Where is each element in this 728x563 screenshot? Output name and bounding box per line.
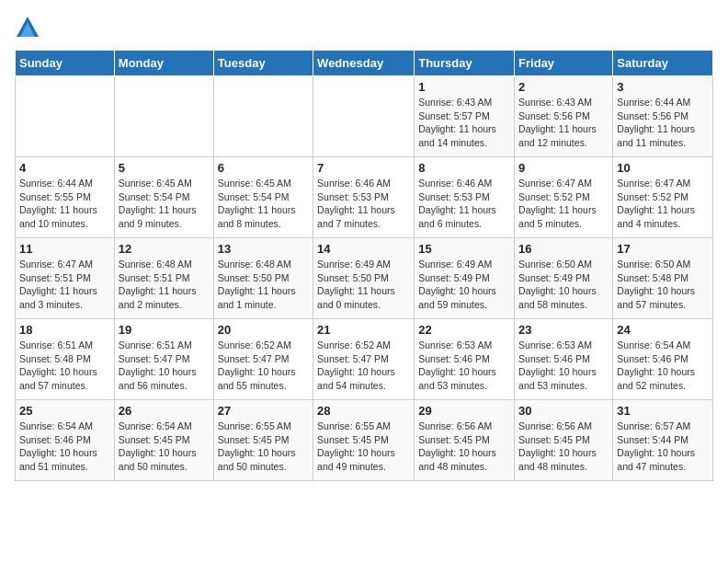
calendar-cell: 7Sunrise: 6:46 AMSunset: 5:53 PMDaylight… xyxy=(313,157,415,238)
calendar-cell: 3Sunrise: 6:44 AMSunset: 5:56 PMDaylight… xyxy=(613,76,713,157)
calendar-cell: 26Sunrise: 6:54 AMSunset: 5:45 PMDayligh… xyxy=(114,400,213,481)
calendar-week-row: 11Sunrise: 6:47 AMSunset: 5:51 PMDayligh… xyxy=(16,238,713,319)
calendar-week-row: 25Sunrise: 6:54 AMSunset: 5:46 PMDayligh… xyxy=(16,400,713,481)
day-info: Sunrise: 6:47 AMSunset: 5:51 PMDaylight:… xyxy=(19,258,110,312)
day-info: Sunrise: 6:43 AMSunset: 5:57 PMDaylight:… xyxy=(418,96,510,150)
day-number: 14 xyxy=(317,242,410,256)
day-info: Sunrise: 6:57 AMSunset: 5:44 PMDaylight:… xyxy=(617,419,709,474)
calendar-cell: 19Sunrise: 6:51 AMSunset: 5:47 PMDayligh… xyxy=(114,319,213,400)
calendar-cell: 14Sunrise: 6:49 AMSunset: 5:50 PMDayligh… xyxy=(313,238,415,319)
day-info: Sunrise: 6:54 AMSunset: 5:46 PMDaylight:… xyxy=(617,339,709,393)
day-info: Sunrise: 6:44 AMSunset: 5:55 PMDaylight:… xyxy=(19,177,110,231)
day-info: Sunrise: 6:51 AMSunset: 5:47 PMDaylight:… xyxy=(119,339,210,393)
day-info: Sunrise: 6:46 AMSunset: 5:53 PMDaylight:… xyxy=(418,177,510,231)
calendar-cell: 27Sunrise: 6:55 AMSunset: 5:45 PMDayligh… xyxy=(213,400,313,481)
calendar-cell: 23Sunrise: 6:53 AMSunset: 5:46 PMDayligh… xyxy=(515,319,613,400)
day-info: Sunrise: 6:55 AMSunset: 5:45 PMDaylight:… xyxy=(218,419,309,474)
day-number: 23 xyxy=(518,323,609,337)
day-number: 11 xyxy=(19,242,110,256)
day-info: Sunrise: 6:45 AMSunset: 5:54 PMDaylight:… xyxy=(218,177,309,231)
weekday-header-monday: Monday xyxy=(114,51,213,76)
day-info: Sunrise: 6:50 AMSunset: 5:48 PMDaylight:… xyxy=(617,258,709,312)
calendar-cell: 6Sunrise: 6:45 AMSunset: 5:54 PMDaylight… xyxy=(213,157,313,238)
weekday-header-sunday: Sunday xyxy=(16,51,115,76)
weekday-header-saturday: Saturday xyxy=(613,51,713,76)
calendar-cell: 2Sunrise: 6:43 AMSunset: 5:56 PMDaylight… xyxy=(515,76,613,157)
day-number: 21 xyxy=(317,323,410,337)
day-number: 3 xyxy=(617,80,709,94)
calendar-cell: 29Sunrise: 6:56 AMSunset: 5:45 PMDayligh… xyxy=(415,400,515,481)
day-number: 19 xyxy=(119,323,210,337)
day-number: 24 xyxy=(617,323,709,337)
day-number: 26 xyxy=(119,404,210,418)
day-number: 22 xyxy=(418,323,510,337)
page-header xyxy=(15,15,713,40)
day-number: 9 xyxy=(518,161,609,175)
calendar-cell: 18Sunrise: 6:51 AMSunset: 5:48 PMDayligh… xyxy=(16,319,115,400)
day-number: 31 xyxy=(617,404,709,418)
calendar-cell: 10Sunrise: 6:47 AMSunset: 5:52 PMDayligh… xyxy=(613,157,713,238)
calendar-cell: 11Sunrise: 6:47 AMSunset: 5:51 PMDayligh… xyxy=(16,238,115,319)
logo xyxy=(15,15,44,40)
weekday-header-tuesday: Tuesday xyxy=(213,51,313,76)
calendar-cell xyxy=(213,76,313,157)
day-number: 2 xyxy=(518,80,609,94)
day-number: 29 xyxy=(418,404,510,418)
calendar-cell: 31Sunrise: 6:57 AMSunset: 5:44 PMDayligh… xyxy=(613,400,713,481)
calendar-cell: 20Sunrise: 6:52 AMSunset: 5:47 PMDayligh… xyxy=(213,319,313,400)
calendar-cell xyxy=(114,76,213,157)
day-number: 30 xyxy=(518,404,609,418)
day-number: 28 xyxy=(317,404,410,418)
day-info: Sunrise: 6:43 AMSunset: 5:56 PMDaylight:… xyxy=(518,96,609,150)
day-info: Sunrise: 6:48 AMSunset: 5:51 PMDaylight:… xyxy=(119,258,210,312)
day-info: Sunrise: 6:44 AMSunset: 5:56 PMDaylight:… xyxy=(617,96,709,150)
day-number: 13 xyxy=(218,242,309,256)
day-number: 17 xyxy=(617,242,709,256)
calendar-cell xyxy=(16,76,115,157)
day-info: Sunrise: 6:54 AMSunset: 5:45 PMDaylight:… xyxy=(119,419,210,474)
day-info: Sunrise: 6:54 AMSunset: 5:46 PMDaylight:… xyxy=(19,419,110,474)
day-info: Sunrise: 6:55 AMSunset: 5:45 PMDaylight:… xyxy=(317,419,410,474)
day-info: Sunrise: 6:49 AMSunset: 5:50 PMDaylight:… xyxy=(317,258,410,312)
day-number: 16 xyxy=(518,242,609,256)
day-number: 1 xyxy=(418,80,510,94)
calendar-cell: 15Sunrise: 6:49 AMSunset: 5:49 PMDayligh… xyxy=(415,238,515,319)
calendar-cell xyxy=(313,76,415,157)
calendar-cell: 9Sunrise: 6:47 AMSunset: 5:52 PMDaylight… xyxy=(515,157,613,238)
day-info: Sunrise: 6:47 AMSunset: 5:52 PMDaylight:… xyxy=(518,177,609,231)
day-info: Sunrise: 6:47 AMSunset: 5:52 PMDaylight:… xyxy=(617,177,709,231)
day-info: Sunrise: 6:49 AMSunset: 5:49 PMDaylight:… xyxy=(418,258,510,312)
day-info: Sunrise: 6:52 AMSunset: 5:47 PMDaylight:… xyxy=(218,339,309,393)
calendar-cell: 8Sunrise: 6:46 AMSunset: 5:53 PMDaylight… xyxy=(415,157,515,238)
calendar-table: SundayMondayTuesdayWednesdayThursdayFrid… xyxy=(15,50,713,481)
calendar-cell: 22Sunrise: 6:53 AMSunset: 5:46 PMDayligh… xyxy=(415,319,515,400)
calendar-cell: 13Sunrise: 6:48 AMSunset: 5:50 PMDayligh… xyxy=(213,238,313,319)
day-number: 5 xyxy=(119,161,210,175)
calendar-cell: 17Sunrise: 6:50 AMSunset: 5:48 PMDayligh… xyxy=(613,238,713,319)
calendar-cell: 12Sunrise: 6:48 AMSunset: 5:51 PMDayligh… xyxy=(114,238,213,319)
day-info: Sunrise: 6:46 AMSunset: 5:53 PMDaylight:… xyxy=(317,177,410,231)
weekday-header-row: SundayMondayTuesdayWednesdayThursdayFrid… xyxy=(16,51,713,76)
day-number: 25 xyxy=(19,404,110,418)
weekday-header-wednesday: Wednesday xyxy=(313,51,415,76)
day-number: 20 xyxy=(218,323,309,337)
weekday-header-thursday: Thursday xyxy=(415,51,515,76)
calendar-cell: 21Sunrise: 6:52 AMSunset: 5:47 PMDayligh… xyxy=(313,319,415,400)
day-info: Sunrise: 6:48 AMSunset: 5:50 PMDaylight:… xyxy=(218,258,309,312)
day-info: Sunrise: 6:56 AMSunset: 5:45 PMDaylight:… xyxy=(418,419,510,474)
day-number: 8 xyxy=(418,161,510,175)
calendar-cell: 16Sunrise: 6:50 AMSunset: 5:49 PMDayligh… xyxy=(515,238,613,319)
calendar-cell: 30Sunrise: 6:56 AMSunset: 5:45 PMDayligh… xyxy=(515,400,613,481)
calendar-cell: 1Sunrise: 6:43 AMSunset: 5:57 PMDaylight… xyxy=(415,76,515,157)
day-number: 27 xyxy=(218,404,309,418)
day-number: 12 xyxy=(119,242,210,256)
calendar-cell: 5Sunrise: 6:45 AMSunset: 5:54 PMDaylight… xyxy=(114,157,213,238)
day-info: Sunrise: 6:52 AMSunset: 5:47 PMDaylight:… xyxy=(317,339,410,393)
day-info: Sunrise: 6:51 AMSunset: 5:48 PMDaylight:… xyxy=(19,339,110,393)
calendar-cell: 25Sunrise: 6:54 AMSunset: 5:46 PMDayligh… xyxy=(16,400,115,481)
calendar-week-row: 4Sunrise: 6:44 AMSunset: 5:55 PMDaylight… xyxy=(16,157,713,238)
day-info: Sunrise: 6:45 AMSunset: 5:54 PMDaylight:… xyxy=(119,177,210,231)
day-info: Sunrise: 6:53 AMSunset: 5:46 PMDaylight:… xyxy=(518,339,609,393)
logo-icon xyxy=(15,15,40,40)
calendar-cell: 28Sunrise: 6:55 AMSunset: 5:45 PMDayligh… xyxy=(313,400,415,481)
